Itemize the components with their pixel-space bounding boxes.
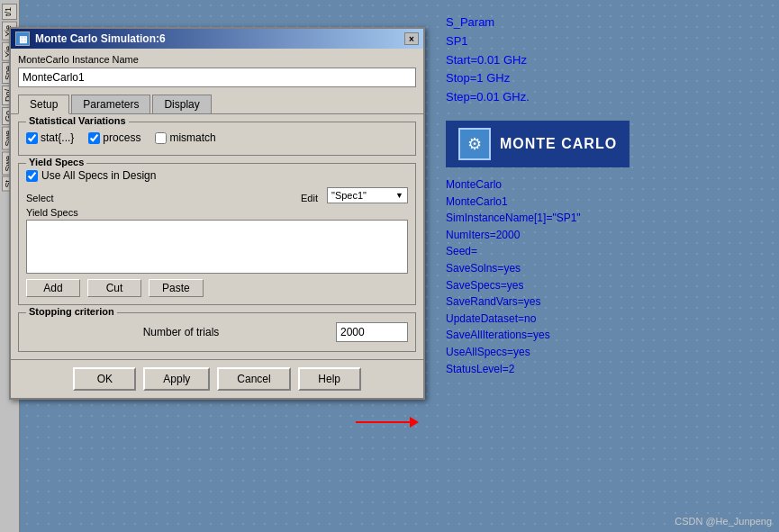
mismatch-label: mismatch xyxy=(169,131,215,144)
mc-prop-0: MonteCarlo xyxy=(446,176,761,194)
spec-dropdown[interactable]: "Spec1" ▼ xyxy=(327,187,408,203)
mc-title: MONTE CARLO xyxy=(500,132,617,156)
s-param-block: S_Param SP1 Start=0.01 GHz Stop=1 GHz St… xyxy=(446,14,761,107)
mc-block: ⚙ MONTE CARLO xyxy=(446,121,630,167)
process-checkbox-item[interactable]: process xyxy=(88,131,140,144)
tab-setup[interactable]: Setup xyxy=(18,95,69,114)
yield-buttons-row: Add Cut Paste xyxy=(26,279,408,297)
instance-name-input[interactable] xyxy=(18,68,416,87)
select-label: Select xyxy=(26,193,219,203)
mc-prop-2: SimInstanceName[1]="SP1" xyxy=(446,210,761,227)
instance-name-label: MonteCarlo Instance Name xyxy=(18,54,416,65)
dialog-icon: ▦ xyxy=(15,32,30,46)
number-of-trials-input[interactable] xyxy=(336,322,408,342)
add-button[interactable]: Add xyxy=(26,279,80,297)
sp1-label: SP1 xyxy=(446,32,761,51)
dialog-title: Monte Carlo Simulation:6 xyxy=(35,32,166,45)
dropdown-arrow-icon: ▼ xyxy=(395,191,403,200)
stopping-row: Number of trials xyxy=(26,319,408,344)
mismatch-checkbox-item[interactable]: mismatch xyxy=(155,131,215,144)
mc-prop-8: UpdateDataset=no xyxy=(446,311,761,328)
yield-specs-label: Yield Specs xyxy=(26,157,86,167)
mc-prop-7: SaveRandVars=yes xyxy=(446,293,761,311)
use-all-label: Use All Specs in Design xyxy=(41,169,156,182)
mismatch-checkbox[interactable] xyxy=(155,132,167,144)
tab-parameters[interactable]: Parameters xyxy=(71,95,150,113)
mc-prop-6: SaveSpecs=yes xyxy=(446,277,761,294)
watermark: CSDN @He_Junpeng xyxy=(675,516,772,527)
mc-prop-3: NumIters=2000 xyxy=(446,227,761,244)
stopping-criterion-label: Stopping criterion xyxy=(26,306,117,317)
right-panel: S_Param SP1 Start=0.01 GHz Stop=1 GHz St… xyxy=(428,0,779,532)
process-label: process xyxy=(103,131,140,144)
yield-specs-group: Yield Specs Use All Specs in Design Sele… xyxy=(18,163,416,305)
spec-dropdown-value: "Spec1" xyxy=(331,190,367,201)
stat-label: stat{...} xyxy=(41,131,74,144)
mc-icon: ⚙ xyxy=(458,128,491,160)
number-of-trials-label: Number of trials xyxy=(26,326,336,338)
tab-bar: Setup Parameters Display xyxy=(11,95,423,114)
mc-prop-10: UseAllSpecs=yes xyxy=(446,344,761,361)
apply-button[interactable]: Apply xyxy=(143,367,210,391)
help-button[interactable]: Help xyxy=(298,367,361,391)
dialog-body: Statistical Variations stat{...} process… xyxy=(11,114,423,359)
stat-checkbox-item[interactable]: stat{...} xyxy=(26,131,74,144)
step-label: Step=0.01 GHz. xyxy=(446,88,761,107)
dialog-footer: OK Apply Cancel Help xyxy=(11,359,423,398)
mc-prop-5: SaveSolns=yes xyxy=(446,260,761,277)
edit-label: Edit xyxy=(219,193,327,203)
monte-carlo-dialog: ▦ Monte Carlo Simulation:6 × MonteCarlo … xyxy=(9,27,425,400)
cancel-button[interactable]: Cancel xyxy=(217,367,290,391)
process-checkbox[interactable] xyxy=(88,132,100,144)
statistical-variations-group: Statistical Variations stat{...} process… xyxy=(18,122,416,156)
ok-button[interactable]: OK xyxy=(73,367,136,391)
stat-checkbox[interactable] xyxy=(26,132,38,144)
start-label: Start=0.01 GHz xyxy=(446,51,761,70)
use-all-checkbox[interactable] xyxy=(26,170,38,182)
mc-prop-11: StatusLevel=2 xyxy=(446,361,761,378)
mc-prop-9: SaveAllIterations=yes xyxy=(446,327,761,344)
stopping-criterion-group: Stopping criterion Number of trials xyxy=(18,312,416,352)
statistical-variations-label: Statistical Variations xyxy=(26,115,129,126)
arrow-indicator xyxy=(356,417,419,428)
title-bar: ▦ Monte Carlo Simulation:6 × xyxy=(11,29,423,49)
s-param-label: S_Param xyxy=(446,14,761,32)
use-all-row: Use All Specs in Design xyxy=(26,169,408,182)
cut-button[interactable]: Cut xyxy=(87,279,141,297)
close-button[interactable]: × xyxy=(404,32,419,45)
paste-button[interactable]: Paste xyxy=(149,279,204,297)
yield-specs-sub-label: Yield Specs xyxy=(26,207,408,218)
stat-variations-checkboxes: stat{...} process mismatch xyxy=(26,128,408,148)
mc-prop-4: Seed= xyxy=(446,243,761,260)
arrow-head xyxy=(410,417,419,428)
tab-display[interactable]: Display xyxy=(152,95,211,113)
mc-props: MonteCarlo MonteCarlo1 SimInstanceName[1… xyxy=(446,176,761,377)
arrow-line xyxy=(356,421,410,423)
title-bar-left: ▦ Monte Carlo Simulation:6 xyxy=(15,32,166,46)
mc-prop-1: MonteCarlo1 xyxy=(446,194,761,211)
left-tab-1[interactable]: t/1 xyxy=(2,4,17,20)
stop-label: Stop=1 GHz xyxy=(446,69,761,88)
yield-specs-list xyxy=(26,220,408,274)
instance-section: MonteCarlo Instance Name xyxy=(11,49,423,91)
